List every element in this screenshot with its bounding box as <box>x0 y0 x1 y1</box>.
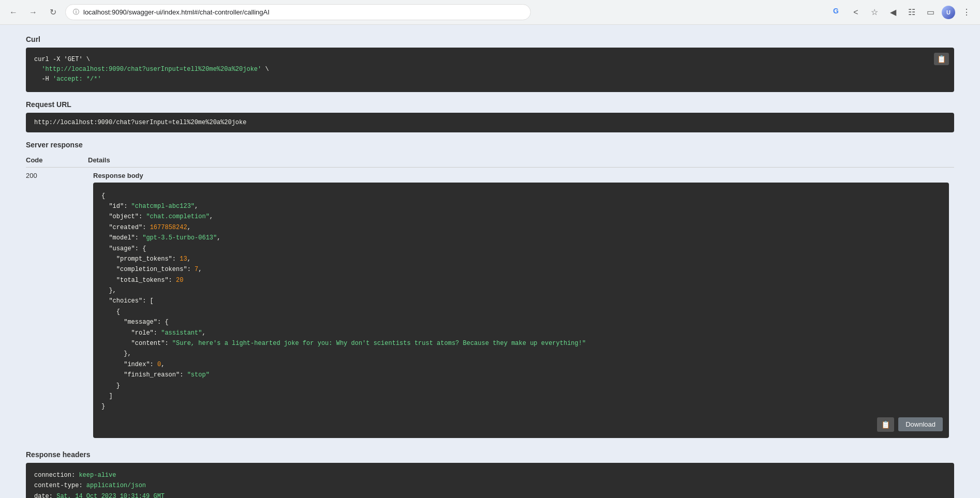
json-message-key: "message": { <box>101 319 169 326</box>
json-index-key: "index": 0, <box>101 361 165 368</box>
json-finish-reason-key: "finish_reason": "stop" <box>101 371 210 379</box>
server-response-label: Server response <box>26 141 954 149</box>
header-connection: connection: keep-alive <box>34 470 946 480</box>
json-usage-key: "usage": { <box>101 245 146 252</box>
header-content-type: content-type: application/json <box>34 480 946 491</box>
response-details: Response body { "id": "chatcmpl-abc123",… <box>88 167 954 442</box>
response-body-label: Response body <box>93 172 949 179</box>
curl-line-1: curl -X 'GET' \ <box>34 56 90 63</box>
json-choices-item-close: } <box>101 382 120 389</box>
browser-chrome: ← → ↻ ⓘ localhost:9090/swagger-ui/index.… <box>0 0 980 25</box>
server-response-section: Server response Code Details 200 Respons… <box>26 141 954 442</box>
curl-label: Curl <box>26 35 954 43</box>
forward-button[interactable]: → <box>26 5 40 20</box>
curl-block: curl -X 'GET' \ 'http://localhost:9090/c… <box>26 48 954 92</box>
profile-avatar[interactable]: U <box>942 6 955 19</box>
table-row: 200 Response body { "id": "chatcmpl-abc1… <box>26 167 954 442</box>
browser-actions: G < ☆ ◀ ☷ ▭ U ⋮ <box>833 5 974 20</box>
json-choices-open: { <box>101 308 120 315</box>
google-icon: G <box>833 7 844 18</box>
json-choices-key: "choices": [ <box>101 297 154 305</box>
reload-button[interactable]: ↻ <box>46 5 60 20</box>
response-code: 200 <box>26 167 88 442</box>
request-url-value: http://localhost:9090/chat?userInput=tel… <box>34 119 246 126</box>
json-copy-button[interactable]: 📋 <box>877 417 894 432</box>
tab-organizer-button[interactable]: ☷ <box>904 5 919 20</box>
address-bar[interactable]: ⓘ localhost:9090/swagger-ui/index.html#/… <box>65 4 531 20</box>
url-text: localhost:9090/swagger-ui/index.html#/ch… <box>83 8 523 16</box>
menu-button[interactable]: ⋮ <box>959 5 974 20</box>
json-object-key: "object": "chat.completion", <box>101 213 213 220</box>
response-headers-label: Response headers <box>26 450 954 459</box>
code-column-header: Code <box>26 153 88 168</box>
response-table: Code Details 200 Response body { "id": "… <box>26 153 954 442</box>
share-button[interactable]: < <box>849 5 863 20</box>
json-completion-tokens: "completion_tokens": 7, <box>101 266 202 273</box>
json-model-key: "model": "gpt-3.5-turbo-0613", <box>101 234 220 242</box>
json-block: { "id": "chatcmpl-abc123", "object": "ch… <box>93 183 949 438</box>
json-content-key: "content": "Sure, here's a light-hearted… <box>101 340 586 347</box>
json-actions: 📋 Download <box>877 417 943 432</box>
header-date: date: Sat, 14 Oct 2023 10:31:49 GMT <box>34 491 946 498</box>
json-message-close: }, <box>101 350 131 357</box>
request-url-box: http://localhost:9090/chat?userInput=tel… <box>26 113 954 132</box>
curl-copy-button[interactable]: 📋 <box>934 53 949 65</box>
curl-line-3: -H 'accept: */*' <box>34 76 101 83</box>
json-prompt-tokens: "prompt_tokens": 13, <box>101 255 191 263</box>
json-created-key: "created": 1677858242, <box>101 224 191 231</box>
headers-block: connection: keep-alive content-type: app… <box>26 463 954 498</box>
back-button[interactable]: ← <box>6 5 21 20</box>
json-brace-open: { <box>101 192 105 200</box>
json-id-key: "id": "chatcmpl-abc123", <box>101 203 198 210</box>
request-url-label: Request URL <box>26 100 954 109</box>
json-usage-close: }, <box>101 287 116 294</box>
request-url-section: Request URL http://localhost:9090/chat?u… <box>26 100 954 132</box>
response-row-content: Response body { "id": "chatcmpl-abc123",… <box>88 172 949 438</box>
details-column-header: Details <box>88 153 954 168</box>
lock-icon: ⓘ <box>73 8 79 17</box>
json-role-key: "role": "assistant", <box>101 329 206 337</box>
extensions-button[interactable]: ◀ <box>886 5 900 20</box>
curl-line-2: 'http://localhost:9090/chat?userInput=te… <box>34 66 269 73</box>
split-button[interactable]: ▭ <box>923 5 938 20</box>
json-brace-close: } <box>101 403 105 410</box>
download-button[interactable]: Download <box>898 417 943 431</box>
json-choices-close: ] <box>101 393 113 400</box>
response-headers-section: Response headers connection: keep-alive … <box>26 450 954 498</box>
json-total-tokens: "total_tokens": 20 <box>101 277 183 284</box>
page-content: Curl curl -X 'GET' \ 'http://localhost:9… <box>0 25 980 498</box>
bookmark-button[interactable]: ☆ <box>867 5 882 20</box>
